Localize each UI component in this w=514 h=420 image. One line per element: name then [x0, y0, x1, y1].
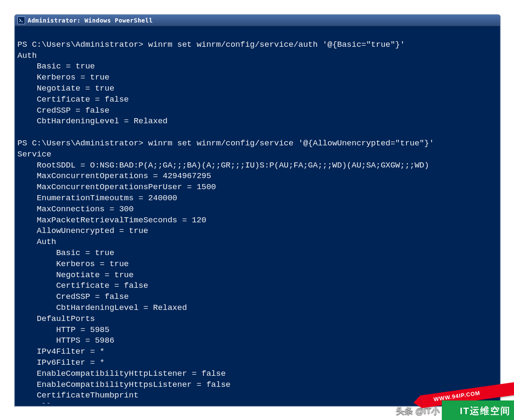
output-row: Negotiate = true: [17, 270, 134, 280]
output-row: CredSSP = false: [17, 106, 110, 115]
output-row: HTTPS = 5986: [17, 336, 114, 345]
output-header: Service: [17, 150, 51, 159]
output-row: Kerberos = true: [17, 73, 110, 82]
output-row: RootSDDL = O:NSG:BAD:P(A;;GA;;;BA)(A;;GR…: [17, 161, 429, 170]
author-watermark: 头条 @IT小: [396, 405, 440, 417]
output-row: CbtHardeningLevel = Relaxed: [17, 303, 187, 312]
output-row: AllowRemoteAccess = true: [17, 402, 153, 403]
output-row: AllowUnencrypted = true: [17, 226, 148, 236]
output-row: IPv4Filter = *: [17, 347, 104, 356]
window-title: Administrator: Windows PowerShell: [28, 17, 153, 24]
powershell-window: Administrator: Windows PowerShell PS C:\…: [14, 14, 500, 406]
output-header: Auth: [17, 51, 37, 60]
output-row: EnumerationTimeoutms = 240000: [17, 193, 177, 203]
output-row: MaxPacketRetrievalTimeSeconds = 120: [17, 216, 206, 225]
output-row: Basic = true: [17, 62, 95, 71]
prompt-line: PS C:\Users\Administrator> winrm set win…: [17, 40, 405, 49]
blank-line: [17, 128, 22, 137]
output-row: MaxConnections = 300: [17, 204, 134, 214]
output-row: CertificateThumbprint: [17, 391, 138, 400]
output-row: Negotiate = true: [17, 84, 114, 93]
window-titlebar[interactable]: Administrator: Windows PowerShell: [15, 15, 500, 26]
output-row: DefaultPorts: [17, 314, 95, 324]
output-row: HTTP = 5985: [17, 325, 110, 335]
output-row: Certificate = false: [17, 281, 148, 290]
terminal-output[interactable]: PS C:\Users\Administrator> winrm set win…: [17, 28, 497, 403]
output-row: MaxConcurrentOperations = 4294967295: [17, 171, 211, 181]
output-row: Basic = true: [17, 248, 114, 258]
prompt-line: PS C:\Users\Administrator> winrm set win…: [17, 139, 434, 148]
output-row: CredSSP = false: [17, 292, 129, 301]
output-row: IPv6Filter = *: [17, 358, 104, 367]
output-row: MaxConcurrentOperationsPerUser = 1500: [17, 182, 216, 192]
powershell-icon: [17, 17, 25, 24]
output-row: Kerberos = true: [17, 259, 129, 269]
output-row: EnableCompatibilityHttpListener = false: [17, 369, 226, 378]
output-row: EnableCompatibilityHttpsListener = false: [17, 380, 231, 389]
output-row: Certificate = false: [17, 95, 129, 104]
output-row: CbtHardeningLevel = Relaxed: [17, 116, 167, 126]
output-row: Auth: [17, 237, 56, 247]
